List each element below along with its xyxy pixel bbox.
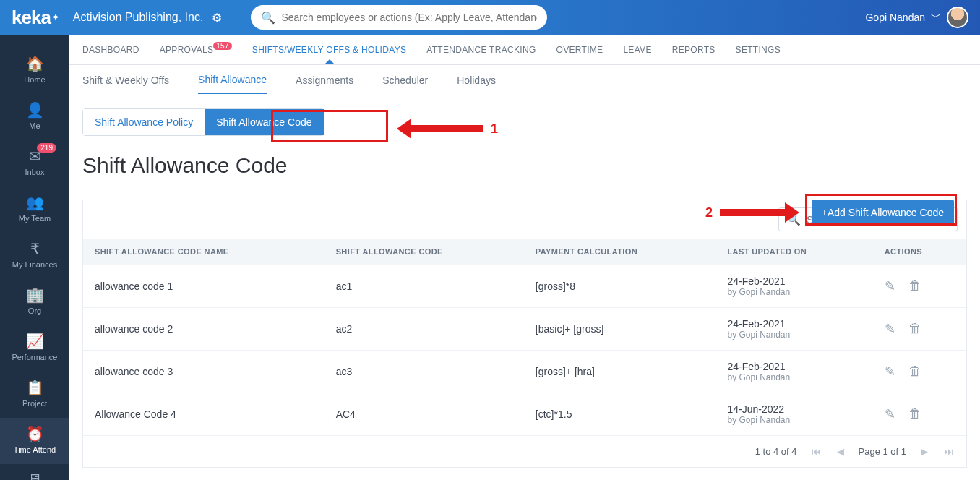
global-search-input[interactable] <box>281 12 537 23</box>
chevron-down-icon: ﹀ <box>931 11 941 24</box>
footer-page: Page 1 of 1 <box>859 446 907 457</box>
delete-icon[interactable]: 🗑 <box>908 321 921 337</box>
tab-overtime[interactable]: OVERTIME <box>556 45 603 55</box>
cell-actions: ✎🗑 <box>873 308 966 351</box>
clipboard-icon: 📋 <box>0 379 69 396</box>
user-menu[interactable]: Gopi Nandan ﹀ <box>865 7 968 28</box>
col-calc: PAYMENT CALCULATION <box>524 239 716 265</box>
user-name: Gopi Nandan <box>865 12 925 23</box>
table-row: Allowance Code 4AC4[ctc]*1.514-Jun-2022b… <box>83 393 966 436</box>
col-code: SHIFT ALLOWANCE CODE <box>324 239 524 265</box>
keka-logo: keka✦ <box>12 7 59 29</box>
annotation-arrow-1: 1 <box>397 119 498 139</box>
sidebar-item-home[interactable]: 🏠Home <box>0 48 69 94</box>
cell-name: allowance code 1 <box>83 265 324 308</box>
gear-icon[interactable]: ⚙ <box>212 11 222 25</box>
tab-assignments[interactable]: Assignments <box>296 67 353 93</box>
edit-icon[interactable]: ✎ <box>885 278 895 294</box>
delete-icon[interactable]: 🗑 <box>908 278 921 294</box>
sidebar-item-label: Me <box>29 121 40 130</box>
tab-settings[interactable]: SETTINGS <box>736 45 781 55</box>
sidebar-item-more[interactable]: 🖥 <box>0 464 69 480</box>
footer-range: 1 to 4 of 4 <box>755 446 797 457</box>
tab-holidays[interactable]: Holidays <box>457 67 496 93</box>
add-shift-allowance-code-button[interactable]: +Add Shift Allowance Code <box>812 200 954 226</box>
allowance-code-table: SHIFT ALLOWANCE CODE NAME SHIFT ALLOWANC… <box>83 239 966 436</box>
sidebar-item-label: Org <box>28 307 41 315</box>
col-updated: LAST UPDATED ON <box>715 239 872 265</box>
annotation-number-1: 1 <box>491 121 498 137</box>
cell-updated: 24-Feb-2021by Gopi Nandan <box>715 351 872 393</box>
sidebar-item-label: Project <box>22 399 47 408</box>
sidebar: 🏠Home 👤Me 219✉Inbox 👥My Team ₹My Finance… <box>0 35 69 480</box>
table-row: allowance code 3ac3[gross]+ [hra]24-Feb-… <box>83 351 966 393</box>
edit-icon[interactable]: ✎ <box>885 364 895 380</box>
table-row: allowance code 2ac2[basic]+ [gross]24-Fe… <box>83 308 966 351</box>
cell-updated: 24-Feb-2021by Gopi Nandan <box>715 308 872 351</box>
cell-updated: 24-Feb-2021by Gopi Nandan <box>715 265 872 308</box>
tab-dashboard[interactable]: DASHBOARD <box>82 45 139 55</box>
sidebar-item-performance[interactable]: 📈Performance <box>0 325 69 372</box>
chart-icon: 📈 <box>0 333 69 350</box>
table-row: allowance code 1ac1[gross]*824-Feb-2021b… <box>83 265 966 308</box>
sidebar-item-label: My Team <box>19 214 51 223</box>
cell-name: allowance code 3 <box>83 351 324 393</box>
cell-calc: [gross]+ [hra] <box>524 351 716 393</box>
tab-shift-allowance[interactable]: Shift Allowance <box>198 67 267 94</box>
delete-icon[interactable]: 🗑 <box>908 364 921 380</box>
company-name: Activision Publishing, Inc. <box>73 11 204 24</box>
pager-last-icon[interactable]: ⏭ <box>942 446 955 457</box>
sidebar-item-myfinances[interactable]: ₹My Finances <box>0 233 69 279</box>
pager-next-icon[interactable]: ▶ <box>919 446 929 457</box>
pager-prev-icon[interactable]: ◀ <box>835 446 846 457</box>
segment-code[interactable]: Shift Allowance Code <box>205 109 323 135</box>
sidebar-item-timeattend[interactable]: ⏰Time Attend <box>0 418 69 464</box>
tab-shift-weekly-offs[interactable]: Shift & Weekly Offs <box>82 67 169 93</box>
sub-tabs: Shift & Weekly Offs Shift Allowance Assi… <box>69 65 980 95</box>
edit-icon[interactable]: ✎ <box>885 406 895 422</box>
team-icon: 👥 <box>0 194 69 211</box>
tab-shifts[interactable]: SHIFTS/WEEKLY OFFS & HOLIDAYS <box>252 45 406 55</box>
sidebar-item-myteam[interactable]: 👥My Team <box>0 187 69 233</box>
sidebar-item-org[interactable]: 🏢Org <box>0 279 69 325</box>
cell-calc: [basic]+ [gross] <box>524 308 716 351</box>
search-icon: 🔍 <box>261 11 275 25</box>
cell-actions: ✎🗑 <box>873 351 966 393</box>
avatar <box>947 7 968 28</box>
tab-attendance-tracking[interactable]: ATTENDANCE TRACKING <box>426 45 536 55</box>
sidebar-item-project[interactable]: 📋Project <box>0 372 69 418</box>
annotation-number-2: 2 <box>705 205 713 220</box>
module-tabs: DASHBOARD APPROVALS157 SHIFTS/WEEKLY OFF… <box>69 35 980 65</box>
tab-approvals[interactable]: APPROVALS157 <box>160 45 232 55</box>
sidebar-item-me[interactable]: 👤Me <box>0 94 69 140</box>
tab-reports[interactable]: REPORTS <box>672 45 715 55</box>
sidebar-item-label: Performance <box>12 353 58 361</box>
cell-actions: ✎🗑 <box>873 393 966 436</box>
cell-name: Allowance Code 4 <box>83 393 324 436</box>
tab-leave[interactable]: LEAVE <box>623 45 651 55</box>
content: DASHBOARD APPROVALS157 SHIFTS/WEEKLY OFF… <box>69 35 980 480</box>
inbox-badge: 219 <box>37 143 56 153</box>
segment-switch: Shift Allowance Policy Shift Allowance C… <box>82 108 324 136</box>
pager-first-icon[interactable]: ⏮ <box>810 446 822 457</box>
delete-icon[interactable]: 🗑 <box>908 406 921 422</box>
rupee-icon: ₹ <box>0 240 69 257</box>
segment-policy[interactable]: Shift Allowance Policy <box>83 109 205 135</box>
cell-code: ac2 <box>324 308 524 351</box>
person-icon: 👤 <box>0 101 69 119</box>
cell-code: ac3 <box>324 351 524 393</box>
edit-icon[interactable]: ✎ <box>885 321 895 337</box>
cell-calc: [gross]*8 <box>524 265 716 308</box>
col-actions: ACTIONS <box>873 239 966 265</box>
cell-code: ac1 <box>324 265 524 308</box>
topbar: keka✦ Activision Publishing, Inc. ⚙ 🔍 Go… <box>0 0 980 35</box>
sidebar-item-label: My Finances <box>12 260 57 269</box>
cell-code: AC4 <box>324 393 524 436</box>
sidebar-item-label: Home <box>24 75 45 84</box>
sidebar-item-inbox[interactable]: 219✉Inbox <box>0 140 69 187</box>
global-search[interactable]: 🔍 <box>251 5 547 30</box>
tab-scheduler[interactable]: Scheduler <box>382 67 428 93</box>
annotation-arrow-2: 2 <box>705 202 799 223</box>
inbox-icon: ✉ <box>0 147 69 165</box>
cell-actions: ✎🗑 <box>873 265 966 308</box>
